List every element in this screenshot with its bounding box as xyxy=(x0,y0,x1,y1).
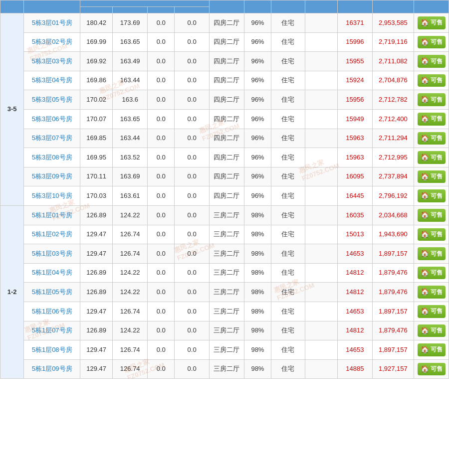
house-icon: 🏠 xyxy=(421,191,429,201)
sale-status-cell[interactable]: 🏠可售 xyxy=(414,205,449,225)
sale-status-cell[interactable]: 🏠可售 xyxy=(414,283,449,302)
area-pred: 170.03 xyxy=(80,186,112,206)
sale-status-cell[interactable]: 🏠可售 xyxy=(414,71,449,90)
area-real: 0.0 xyxy=(148,90,175,110)
main-table-container: 惠民之家FZ0752.COM 惠民之家FZ0752.COM 惠民之家FZ0752… xyxy=(0,0,449,379)
sale-status-button[interactable]: 🏠可售 xyxy=(418,132,446,145)
occupancy-rate: 98% xyxy=(244,263,271,283)
unit-price: 16371 xyxy=(337,13,372,33)
room-function: 住宅 xyxy=(271,71,305,90)
area-real_s: 0.0 xyxy=(175,244,210,264)
sale-status-button[interactable]: 🏠可售 xyxy=(418,228,446,241)
room-function: 住宅 xyxy=(271,186,305,206)
area-pred: 129.47 xyxy=(80,340,112,360)
sale-status-cell[interactable]: 🏠可售 xyxy=(414,263,449,283)
decoration xyxy=(305,71,337,90)
sale-status-button[interactable]: 🏠可售 xyxy=(418,247,446,260)
unit-price: 16035 xyxy=(337,205,372,225)
area-pred_s: 124.22 xyxy=(113,205,148,225)
sale-status-button[interactable]: 🏠可售 xyxy=(418,189,446,202)
col-header-unit-price xyxy=(337,0,372,13)
room-number[interactable]: 5栋3层04号房 xyxy=(24,71,80,90)
sale-status-cell[interactable]: 🏠可售 xyxy=(414,225,449,244)
area-pred_s: 124.22 xyxy=(113,321,148,340)
room-function: 住宅 xyxy=(271,244,305,264)
area-pred: 129.47 xyxy=(80,244,112,264)
sale-status-button[interactable]: 🏠可售 xyxy=(418,363,446,376)
room-number[interactable]: 5栋3层02号房 xyxy=(24,32,80,52)
table-row: 5栋1层08号房129.47126.740.00.0三房二厅98%住宅14653… xyxy=(0,340,449,360)
room-number[interactable]: 5栋1层04号房 xyxy=(24,263,80,283)
area-pred_s: 163.61 xyxy=(113,186,148,206)
table-row: 5栋3层02号房169.99163.650.00.0四房二厅96%住宅15996… xyxy=(0,32,449,52)
sale-status-button[interactable]: 🏠可售 xyxy=(418,113,446,126)
area-real: 0.0 xyxy=(148,302,175,321)
room-number[interactable]: 5栋1层01号房 xyxy=(24,205,80,225)
sale-status-button[interactable]: 🏠可售 xyxy=(418,36,446,49)
sale-status-cell[interactable]: 🏠可售 xyxy=(414,90,449,110)
area-pred_s: 126.74 xyxy=(113,225,148,244)
room-number[interactable]: 5栋1层08号房 xyxy=(24,340,80,360)
area-real: 0.0 xyxy=(148,359,175,379)
sale-status-cell[interactable]: 🏠可售 xyxy=(414,340,449,360)
room-number[interactable]: 5栋1层02号房 xyxy=(24,225,80,244)
room-number[interactable]: 5栋1层09号房 xyxy=(24,359,80,379)
room-number[interactable]: 5栋3层10号房 xyxy=(24,186,80,206)
col-header-real xyxy=(148,7,175,13)
sale-status-button[interactable]: 🏠可售 xyxy=(418,209,446,222)
room-number[interactable]: 5栋3层06号房 xyxy=(24,109,80,129)
sale-status-cell[interactable]: 🏠可售 xyxy=(414,244,449,264)
sale-status-cell[interactable]: 🏠可售 xyxy=(414,359,449,379)
room-type: 三房二厅 xyxy=(210,263,244,283)
sale-status-button[interactable]: 🏠可售 xyxy=(418,93,446,106)
col-header-func xyxy=(271,0,305,13)
area-real: 0.0 xyxy=(148,109,175,129)
sale-status-cell[interactable]: 🏠可售 xyxy=(414,302,449,321)
room-number[interactable]: 5栋3层01号房 xyxy=(24,13,80,33)
room-function: 住宅 xyxy=(271,32,305,52)
area-pred: 169.95 xyxy=(80,148,112,167)
sale-status-cell[interactable]: 🏠可售 xyxy=(414,13,449,33)
sale-status-button[interactable]: 🏠可售 xyxy=(418,324,446,337)
area-real_s: 0.0 xyxy=(175,302,210,321)
sale-status-cell[interactable]: 🏠可售 xyxy=(414,109,449,129)
room-number[interactable]: 5栋1层05号房 xyxy=(24,283,80,302)
sale-status-button[interactable]: 🏠可售 xyxy=(418,55,446,68)
sale-status-cell[interactable]: 🏠可售 xyxy=(414,321,449,340)
sale-status-button[interactable]: 🏠可售 xyxy=(418,267,446,280)
sale-status-button[interactable]: 🏠可售 xyxy=(418,343,446,356)
room-number[interactable]: 5栋3层03号房 xyxy=(24,52,80,71)
room-number[interactable]: 5栋3层09号房 xyxy=(24,167,80,186)
table-body: 3-55栋3层01号房180.42173.690.00.0四房二厅96%住宅16… xyxy=(0,13,449,379)
sale-status-cell[interactable]: 🏠可售 xyxy=(414,32,449,52)
table-row: 5栋3层05号房170.02163.60.00.0四房二厅96%住宅159562… xyxy=(0,90,449,110)
sale-status-cell[interactable]: 🏠可售 xyxy=(414,148,449,167)
sale-label: 可售 xyxy=(431,115,443,123)
table-row: 1-25栋1层01号房126.89124.220.00.0三房二厅98%住宅16… xyxy=(0,205,449,225)
room-number[interactable]: 5栋3层05号房 xyxy=(24,90,80,110)
sale-status-cell[interactable]: 🏠可售 xyxy=(414,167,449,186)
area-real: 0.0 xyxy=(148,13,175,33)
decoration xyxy=(305,283,337,302)
col-header-real-suite xyxy=(175,7,210,13)
room-number[interactable]: 5栋1层03号房 xyxy=(24,244,80,264)
sale-status-button[interactable]: 🏠可售 xyxy=(418,16,446,29)
sale-status-button[interactable]: 🏠可售 xyxy=(418,170,446,183)
sale-label: 可售 xyxy=(431,269,443,277)
room-function: 住宅 xyxy=(271,302,305,321)
area-real_s: 0.0 xyxy=(175,186,210,206)
sale-status-button[interactable]: 🏠可售 xyxy=(418,286,446,299)
sale-status-button[interactable]: 🏠可售 xyxy=(418,305,446,318)
room-number[interactable]: 5栋3层08号房 xyxy=(24,148,80,167)
sale-status-cell[interactable]: 🏠可售 xyxy=(414,129,449,148)
total-price: 1,879,476 xyxy=(372,263,414,283)
sale-status-cell[interactable]: 🏠可售 xyxy=(414,52,449,71)
sale-status-cell[interactable]: 🏠可售 xyxy=(414,186,449,206)
room-number[interactable]: 5栋1层06号房 xyxy=(24,302,80,321)
area-pred_s: 126.74 xyxy=(113,244,148,264)
room-number[interactable]: 5栋1层07号房 xyxy=(24,321,80,340)
sale-status-button[interactable]: 🏠可售 xyxy=(418,151,446,164)
occupancy-rate: 96% xyxy=(244,129,271,148)
room-number[interactable]: 5栋3层07号房 xyxy=(24,129,80,148)
sale-status-button[interactable]: 🏠可售 xyxy=(418,74,446,87)
